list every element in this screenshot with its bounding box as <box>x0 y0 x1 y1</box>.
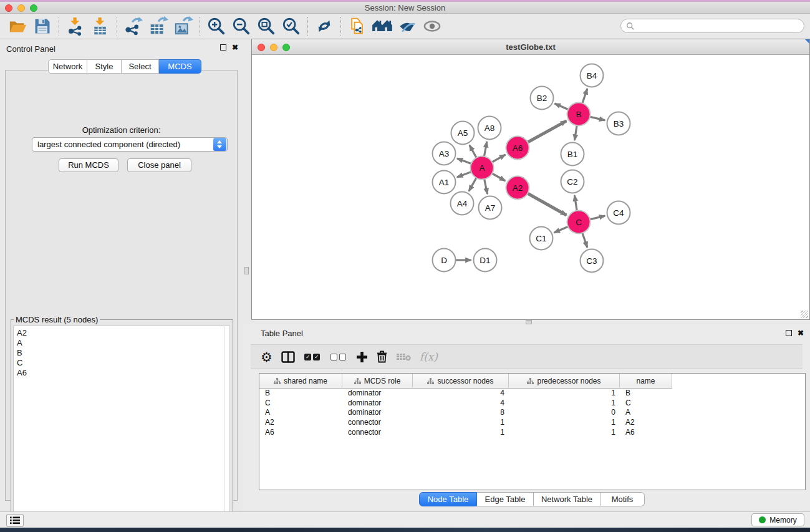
minimize-window-button[interactable] <box>17 4 25 12</box>
vertical-splitter-handle[interactable] <box>244 267 249 274</box>
table-row[interactable]: Cdominator41C <box>259 399 805 409</box>
graph-node-C2[interactable]: C2 <box>561 170 584 193</box>
cell-MCDS-role[interactable]: dominator <box>342 399 413 409</box>
graph-node-B1[interactable]: B1 <box>561 143 584 166</box>
cell-name[interactable]: C <box>620 399 672 409</box>
graph-node-A7[interactable]: A7 <box>479 196 502 220</box>
import-network-button[interactable] <box>63 15 88 37</box>
float-table-panel-icon[interactable] <box>786 330 792 336</box>
cell-name[interactable]: A2 <box>620 418 672 428</box>
table-row[interactable]: A2connector11A2 <box>259 418 805 428</box>
cell-shared-name[interactable]: A <box>259 408 342 418</box>
search-box[interactable] <box>620 19 804 33</box>
delete-column-button[interactable] <box>377 347 387 366</box>
graph-node-A8[interactable]: A8 <box>478 117 501 140</box>
cell-MCDS-role[interactable]: connector <box>342 428 413 438</box>
tab-style[interactable]: Style <box>87 59 122 74</box>
list-scrollbar[interactable] <box>224 326 224 531</box>
cell-predecessor-nodes[interactable]: 1 <box>509 428 620 438</box>
graph-node-C1[interactable]: C1 <box>530 227 553 250</box>
refresh-button[interactable] <box>312 15 337 37</box>
cell-successor-nodes[interactable]: 8 <box>413 408 509 418</box>
close-panel-button[interactable]: Close panel <box>127 158 191 172</box>
network-window-titlebar[interactable]: testGlobe.txt <box>252 39 809 55</box>
network-minimize-button[interactable] <box>270 44 277 51</box>
save-session-button[interactable] <box>30 15 55 37</box>
network-close-button[interactable] <box>258 44 265 51</box>
graph-node-C[interactable]: C <box>567 211 591 234</box>
tab-network-table[interactable]: Network Table <box>534 492 600 506</box>
graph-node-A1[interactable]: A1 <box>433 171 456 194</box>
clone-network-button[interactable] <box>345 15 370 37</box>
home-layout-button[interactable] <box>370 15 395 37</box>
cell-predecessor-nodes[interactable]: 0 <box>509 408 620 418</box>
graph-node-B4[interactable]: B4 <box>581 64 604 87</box>
column-header-successor-nodes[interactable]: successor nodes <box>413 374 509 389</box>
column-header-predecessor-nodes[interactable]: predecessor nodes <box>509 374 620 389</box>
table-row[interactable]: A6connector11A6 <box>259 428 805 438</box>
run-mcds-button[interactable]: Run MCDS <box>59 158 118 172</box>
task-history-button[interactable] <box>6 514 24 527</box>
graph-node-D1[interactable]: D1 <box>474 249 497 272</box>
cell-successor-nodes[interactable]: 4 <box>413 389 509 399</box>
column-header-shared-name[interactable]: shared name <box>259 374 342 389</box>
export-image-button[interactable] <box>171 15 196 37</box>
graph-node-B2[interactable]: B2 <box>531 87 554 110</box>
close-table-panel-icon[interactable]: ✖ <box>798 330 804 336</box>
resize-grip[interactable] <box>801 311 808 318</box>
tab-network[interactable]: Network <box>48 59 87 74</box>
graph-node-A2[interactable]: A2 <box>506 177 529 200</box>
graph-node-A[interactable]: A <box>471 157 494 180</box>
cell-shared-name[interactable]: B <box>259 389 342 399</box>
table-row[interactable]: Bdominator41B <box>259 389 805 399</box>
cell-MCDS-role[interactable]: dominator <box>342 408 413 418</box>
zoom-out-button[interactable] <box>229 15 254 37</box>
network-zoom-button[interactable] <box>282 44 290 51</box>
table-row[interactable]: Adominator80A <box>259 408 805 418</box>
tab-node-table[interactable]: Node Table <box>419 492 477 506</box>
graph-node-A3[interactable]: A3 <box>433 142 456 165</box>
cell-successor-nodes[interactable]: 4 <box>413 399 509 409</box>
cell-predecessor-nodes[interactable]: 1 <box>509 418 620 428</box>
export-table-button[interactable] <box>146 15 171 37</box>
graph-node-C3[interactable]: C3 <box>581 249 604 273</box>
import-table-button[interactable] <box>88 15 113 37</box>
close-panel-icon[interactable]: ✖ <box>232 44 238 51</box>
tab-mcds[interactable]: MCDS <box>159 59 201 74</box>
search-input[interactable] <box>635 22 799 31</box>
cell-name[interactable]: B <box>620 389 672 399</box>
table-options-button[interactable]: ⚙ <box>261 347 272 366</box>
float-panel-icon[interactable] <box>220 44 226 51</box>
graph-node-C4[interactable]: C4 <box>607 201 630 225</box>
cell-successor-nodes[interactable]: 1 <box>413 428 509 438</box>
graph-node-A6[interactable]: A6 <box>506 137 529 160</box>
cell-predecessor-nodes[interactable]: 1 <box>509 399 620 409</box>
column-header-MCDS-role[interactable]: MCDS role <box>342 374 413 389</box>
create-column-button[interactable] <box>356 347 368 366</box>
open-file-button[interactable] <box>5 15 30 37</box>
mcds-result-item[interactable]: A6 <box>17 368 229 378</box>
show-all-button[interactable] <box>420 15 445 37</box>
column-header-name[interactable]: name <box>620 374 672 389</box>
tab-motifs[interactable]: Motifs <box>600 492 645 506</box>
deselect-all-columns-button[interactable] <box>330 347 347 366</box>
tab-select[interactable]: Select <box>122 59 159 74</box>
graph-node-B3[interactable]: B3 <box>607 112 630 135</box>
zoom-window-button[interactable] <box>30 4 37 12</box>
zoom-in-button[interactable] <box>204 15 229 37</box>
zoom-selected-button[interactable] <box>279 15 304 37</box>
graph-node-A4[interactable]: A4 <box>451 192 474 215</box>
cell-shared-name[interactable]: A6 <box>259 428 342 438</box>
mcds-result-item[interactable]: A <box>17 338 229 348</box>
cell-predecessor-nodes[interactable]: 1 <box>509 389 620 399</box>
column-browser-button[interactable] <box>281 347 295 366</box>
network-canvas[interactable]: AA1A2A3A4A5A6A7A8BB1B2B3B4CC1C2C3C4DD1 <box>253 55 809 319</box>
cell-name[interactable]: A <box>620 408 672 418</box>
optimization-criterion-select[interactable]: largest connected component (directed) <box>32 137 228 152</box>
graph-node-B[interactable]: B <box>567 103 591 126</box>
graph-node-D[interactable]: D <box>433 249 456 272</box>
cell-shared-name[interactable]: A2 <box>259 418 342 428</box>
cell-successor-nodes[interactable]: 1 <box>413 418 509 428</box>
hide-others-button[interactable] <box>395 15 420 37</box>
cell-name[interactable]: A6 <box>620 428 672 438</box>
